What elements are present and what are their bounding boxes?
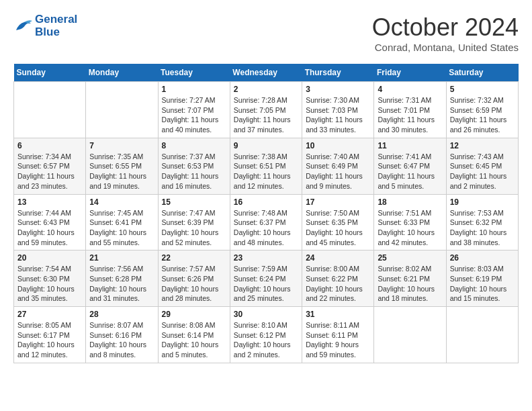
day-info: Sunrise: 8:10 AMSunset: 6:12 PMDaylight:… — [234, 320, 298, 360]
calendar-cell: 18Sunrise: 7:51 AMSunset: 6:33 PMDayligh… — [374, 194, 446, 250]
location-text: Conrad, Montana, United States — [372, 42, 519, 53]
day-number: 3 — [306, 85, 370, 94]
day-info: Sunrise: 7:57 AMSunset: 6:26 PMDaylight:… — [162, 264, 226, 304]
calendar-week-2: 6Sunrise: 7:34 AMSunset: 6:57 PMDaylight… — [14, 138, 519, 194]
day-number: 7 — [89, 141, 154, 150]
day-info: Sunrise: 8:11 AMSunset: 6:11 PMDaylight:… — [306, 320, 370, 360]
day-info: Sunrise: 7:45 AMSunset: 6:41 PMDaylight:… — [89, 208, 154, 248]
calendar-cell: 16Sunrise: 7:48 AMSunset: 6:37 PMDayligh… — [230, 194, 302, 250]
day-info: Sunrise: 7:37 AMSunset: 6:53 PMDaylight:… — [162, 152, 226, 191]
calendar-cell: 9Sunrise: 7:38 AMSunset: 6:51 PMDaylight… — [230, 138, 302, 194]
logo-text: General Blue — [35, 13, 77, 38]
calendar-cell: 6Sunrise: 7:34 AMSunset: 6:57 PMDaylight… — [14, 138, 86, 194]
logo-bird-icon — [13, 18, 32, 34]
day-info: Sunrise: 7:31 AMSunset: 7:01 PMDaylight:… — [378, 95, 442, 135]
day-number: 9 — [234, 141, 298, 150]
calendar-cell — [14, 82, 86, 138]
calendar-cell: 3Sunrise: 7:30 AMSunset: 7:03 PMDaylight… — [302, 82, 374, 138]
day-info: Sunrise: 8:02 AMSunset: 6:21 PMDaylight:… — [378, 264, 442, 304]
day-number: 4 — [378, 85, 442, 94]
day-number: 5 — [450, 85, 515, 94]
calendar-cell — [446, 307, 518, 363]
calendar-cell: 19Sunrise: 7:53 AMSunset: 6:32 PMDayligh… — [446, 194, 518, 250]
logo: General Blue — [13, 13, 77, 38]
day-info: Sunrise: 7:59 AMSunset: 6:24 PMDaylight:… — [234, 264, 298, 304]
day-number: 23 — [234, 253, 298, 263]
day-number: 8 — [162, 141, 226, 150]
day-info: Sunrise: 7:38 AMSunset: 6:51 PMDaylight:… — [234, 152, 298, 191]
day-number: 15 — [162, 197, 226, 207]
day-number: 12 — [450, 141, 515, 150]
day-number: 16 — [234, 197, 298, 207]
calendar-table: SundayMondayTuesdayWednesdayThursdayFrid… — [13, 64, 519, 363]
calendar-week-3: 13Sunrise: 7:44 AMSunset: 6:43 PMDayligh… — [14, 194, 519, 250]
day-info: Sunrise: 7:30 AMSunset: 7:03 PMDaylight:… — [306, 95, 370, 135]
weekday-header-row: SundayMondayTuesdayWednesdayThursdayFrid… — [14, 64, 519, 82]
weekday-header-tuesday: Tuesday — [158, 64, 230, 82]
day-number: 14 — [89, 197, 154, 207]
calendar-cell: 28Sunrise: 8:07 AMSunset: 6:16 PMDayligh… — [86, 307, 158, 363]
day-number: 27 — [17, 310, 82, 319]
weekday-header-friday: Friday — [374, 64, 446, 82]
calendar-week-1: 1Sunrise: 7:27 AMSunset: 7:07 PMDaylight… — [14, 82, 519, 138]
calendar-cell: 4Sunrise: 7:31 AMSunset: 7:01 PMDaylight… — [374, 82, 446, 138]
calendar-cell: 30Sunrise: 8:10 AMSunset: 6:12 PMDayligh… — [230, 307, 302, 363]
day-info: Sunrise: 7:50 AMSunset: 6:35 PMDaylight:… — [306, 208, 370, 248]
day-info: Sunrise: 7:54 AMSunset: 6:30 PMDaylight:… — [17, 264, 82, 304]
day-info: Sunrise: 7:47 AMSunset: 6:39 PMDaylight:… — [162, 208, 226, 248]
calendar-cell: 31Sunrise: 8:11 AMSunset: 6:11 PMDayligh… — [302, 307, 374, 363]
weekday-header-sunday: Sunday — [14, 64, 86, 82]
calendar-cell: 15Sunrise: 7:47 AMSunset: 6:39 PMDayligh… — [158, 194, 230, 250]
calendar-cell: 22Sunrise: 7:57 AMSunset: 6:26 PMDayligh… — [158, 250, 230, 307]
day-number: 20 — [17, 253, 82, 263]
day-number: 18 — [378, 197, 442, 207]
calendar-cell: 25Sunrise: 8:02 AMSunset: 6:21 PMDayligh… — [374, 250, 446, 307]
calendar-cell: 8Sunrise: 7:37 AMSunset: 6:53 PMDaylight… — [158, 138, 230, 194]
calendar-cell: 2Sunrise: 7:28 AMSunset: 7:05 PMDaylight… — [230, 82, 302, 138]
day-info: Sunrise: 8:08 AMSunset: 6:14 PMDaylight:… — [162, 320, 226, 360]
calendar-cell: 17Sunrise: 7:50 AMSunset: 6:35 PMDayligh… — [302, 194, 374, 250]
day-info: Sunrise: 7:41 AMSunset: 6:47 PMDaylight:… — [378, 152, 442, 191]
weekday-header-saturday: Saturday — [446, 64, 518, 82]
day-number: 26 — [450, 253, 515, 263]
calendar-cell: 13Sunrise: 7:44 AMSunset: 6:43 PMDayligh… — [14, 194, 86, 250]
day-info: Sunrise: 7:56 AMSunset: 6:28 PMDaylight:… — [89, 264, 154, 304]
day-info: Sunrise: 8:05 AMSunset: 6:17 PMDaylight:… — [17, 320, 82, 360]
day-number: 28 — [89, 310, 154, 319]
day-number: 29 — [162, 310, 226, 319]
weekday-header-monday: Monday — [86, 64, 158, 82]
calendar-cell: 5Sunrise: 7:32 AMSunset: 6:59 PMDaylight… — [446, 82, 518, 138]
day-info: Sunrise: 7:48 AMSunset: 6:37 PMDaylight:… — [234, 208, 298, 248]
day-info: Sunrise: 7:53 AMSunset: 6:32 PMDaylight:… — [450, 208, 515, 248]
day-info: Sunrise: 7:32 AMSunset: 6:59 PMDaylight:… — [450, 95, 515, 135]
calendar-cell: 26Sunrise: 8:03 AMSunset: 6:19 PMDayligh… — [446, 250, 518, 307]
day-number: 22 — [162, 253, 226, 263]
day-info: Sunrise: 7:44 AMSunset: 6:43 PMDaylight:… — [17, 208, 82, 248]
page-header: General Blue October 2024 Conrad, Montan… — [13, 13, 519, 53]
calendar-cell — [374, 307, 446, 363]
calendar-cell — [86, 82, 158, 138]
day-info: Sunrise: 8:07 AMSunset: 6:16 PMDaylight:… — [89, 320, 154, 360]
day-number: 17 — [306, 197, 370, 207]
calendar-cell: 21Sunrise: 7:56 AMSunset: 6:28 PMDayligh… — [86, 250, 158, 307]
day-info: Sunrise: 7:35 AMSunset: 6:55 PMDaylight:… — [89, 152, 154, 191]
day-number: 11 — [378, 141, 442, 150]
day-info: Sunrise: 8:03 AMSunset: 6:19 PMDaylight:… — [450, 264, 515, 304]
day-number: 31 — [306, 310, 370, 319]
calendar-week-5: 27Sunrise: 8:05 AMSunset: 6:17 PMDayligh… — [14, 307, 519, 363]
day-number: 1 — [162, 85, 226, 94]
day-info: Sunrise: 7:51 AMSunset: 6:33 PMDaylight:… — [378, 208, 442, 248]
day-number: 13 — [17, 197, 82, 207]
calendar-cell: 27Sunrise: 8:05 AMSunset: 6:17 PMDayligh… — [14, 307, 86, 363]
calendar-cell: 1Sunrise: 7:27 AMSunset: 7:07 PMDaylight… — [158, 82, 230, 138]
day-number: 10 — [306, 141, 370, 150]
day-number: 25 — [378, 253, 442, 263]
calendar-cell: 14Sunrise: 7:45 AMSunset: 6:41 PMDayligh… — [86, 194, 158, 250]
day-number: 30 — [234, 310, 298, 319]
calendar-week-4: 20Sunrise: 7:54 AMSunset: 6:30 PMDayligh… — [14, 250, 519, 307]
calendar-cell: 12Sunrise: 7:43 AMSunset: 6:45 PMDayligh… — [446, 138, 518, 194]
calendar-cell: 20Sunrise: 7:54 AMSunset: 6:30 PMDayligh… — [14, 250, 86, 307]
calendar-cell: 10Sunrise: 7:40 AMSunset: 6:49 PMDayligh… — [302, 138, 374, 194]
day-number: 19 — [450, 197, 515, 207]
day-info: Sunrise: 8:00 AMSunset: 6:22 PMDaylight:… — [306, 264, 370, 304]
